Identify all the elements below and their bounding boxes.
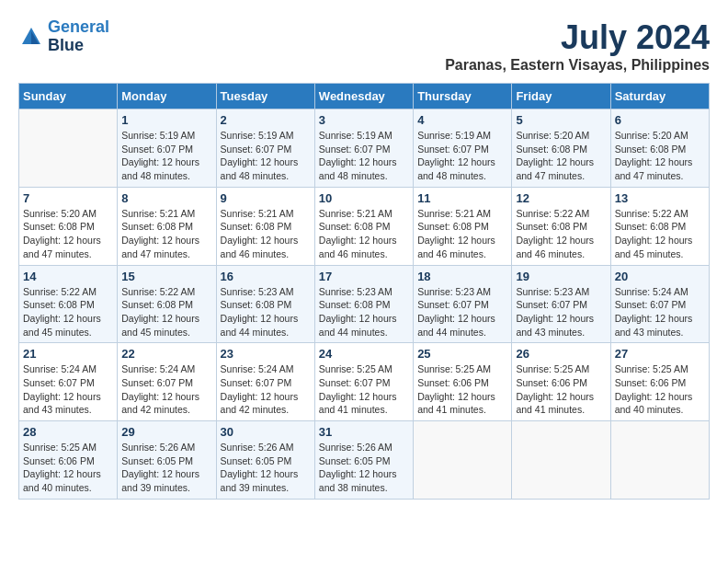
logo-icon	[18, 24, 44, 50]
day-number: 14	[23, 270, 113, 283]
day-cell: 9Sunrise: 5:21 AM Sunset: 6:08 PM Daylig…	[216, 187, 314, 265]
day-cell: 4Sunrise: 5:19 AM Sunset: 6:07 PM Daylig…	[414, 109, 512, 188]
day-info: Sunrise: 5:22 AM Sunset: 6:08 PM Dayligh…	[615, 207, 705, 261]
day-cell: 3Sunrise: 5:19 AM Sunset: 6:07 PM Daylig…	[314, 109, 413, 188]
header-cell-wednesday: Wednesday	[314, 84, 413, 109]
page-header: General Blue July 2024 Paranas, Eastern …	[18, 18, 710, 74]
day-number: 8	[121, 191, 211, 205]
day-number: 2	[221, 113, 311, 127]
day-info: Sunrise: 5:24 AM Sunset: 6:07 PM Dayligh…	[23, 362, 113, 417]
day-cell	[414, 421, 512, 500]
day-cell: 16Sunrise: 5:23 AM Sunset: 6:08 PM Dayli…	[216, 265, 314, 343]
day-cell: 10Sunrise: 5:21 AM Sunset: 6:08 PM Dayli…	[314, 187, 413, 265]
day-cell: 22Sunrise: 5:24 AM Sunset: 6:07 PM Dayli…	[118, 343, 216, 421]
week-row-5: 28Sunrise: 5:25 AM Sunset: 6:06 PM Dayli…	[19, 421, 710, 500]
day-cell	[610, 421, 709, 500]
day-number: 11	[417, 191, 507, 205]
day-info: Sunrise: 5:22 AM Sunset: 6:08 PM Dayligh…	[121, 285, 211, 339]
day-info: Sunrise: 5:22 AM Sunset: 6:08 PM Dayligh…	[23, 285, 113, 339]
day-number: 12	[516, 191, 606, 205]
day-info: Sunrise: 5:23 AM Sunset: 6:08 PM Dayligh…	[319, 285, 409, 339]
day-cell: 29Sunrise: 5:26 AM Sunset: 6:05 PM Dayli…	[118, 421, 216, 500]
day-info: Sunrise: 5:20 AM Sunset: 6:08 PM Dayligh…	[615, 129, 705, 183]
day-number: 29	[121, 425, 211, 439]
day-info: Sunrise: 5:26 AM Sunset: 6:05 PM Dayligh…	[121, 441, 211, 495]
day-info: Sunrise: 5:19 AM Sunset: 6:07 PM Dayligh…	[417, 129, 507, 183]
day-number: 16	[221, 270, 311, 283]
day-cell: 13Sunrise: 5:22 AM Sunset: 6:08 PM Dayli…	[610, 187, 709, 265]
day-cell: 28Sunrise: 5:25 AM Sunset: 6:06 PM Dayli…	[19, 421, 118, 500]
day-cell: 1Sunrise: 5:19 AM Sunset: 6:07 PM Daylig…	[118, 109, 216, 188]
day-cell: 8Sunrise: 5:21 AM Sunset: 6:08 PM Daylig…	[118, 187, 216, 265]
day-info: Sunrise: 5:25 AM Sunset: 6:07 PM Dayligh…	[319, 362, 409, 417]
day-info: Sunrise: 5:23 AM Sunset: 6:08 PM Dayligh…	[221, 285, 311, 339]
day-number: 31	[319, 425, 409, 439]
header-cell-friday: Friday	[512, 84, 610, 109]
day-number: 20	[615, 270, 705, 283]
day-cell: 14Sunrise: 5:22 AM Sunset: 6:08 PM Dayli…	[19, 265, 118, 343]
day-number: 6	[615, 113, 705, 127]
logo: General Blue	[18, 18, 109, 55]
day-cell: 15Sunrise: 5:22 AM Sunset: 6:08 PM Dayli…	[118, 265, 216, 343]
day-number: 3	[319, 113, 409, 127]
day-number: 24	[319, 347, 409, 361]
calendar-table: SundayMondayTuesdayWednesdayThursdayFrid…	[18, 83, 710, 500]
day-number: 30	[221, 425, 311, 439]
day-info: Sunrise: 5:21 AM Sunset: 6:08 PM Dayligh…	[121, 207, 211, 261]
day-cell: 18Sunrise: 5:23 AM Sunset: 6:07 PM Dayli…	[414, 265, 512, 343]
day-cell: 26Sunrise: 5:25 AM Sunset: 6:06 PM Dayli…	[512, 343, 610, 421]
day-cell: 6Sunrise: 5:20 AM Sunset: 6:08 PM Daylig…	[610, 109, 709, 188]
header-cell-thursday: Thursday	[414, 84, 512, 109]
day-cell: 20Sunrise: 5:24 AM Sunset: 6:07 PM Dayli…	[610, 265, 709, 343]
day-number: 21	[23, 347, 113, 361]
day-info: Sunrise: 5:26 AM Sunset: 6:05 PM Dayligh…	[319, 441, 409, 495]
day-info: Sunrise: 5:26 AM Sunset: 6:05 PM Dayligh…	[221, 441, 311, 495]
day-cell: 30Sunrise: 5:26 AM Sunset: 6:05 PM Dayli…	[216, 421, 314, 500]
logo-text: General Blue	[48, 18, 109, 55]
header-cell-monday: Monday	[118, 84, 216, 109]
day-cell: 21Sunrise: 5:24 AM Sunset: 6:07 PM Dayli…	[19, 343, 118, 421]
day-info: Sunrise: 5:24 AM Sunset: 6:07 PM Dayligh…	[121, 362, 211, 417]
week-row-3: 14Sunrise: 5:22 AM Sunset: 6:08 PM Dayli…	[19, 265, 710, 343]
header-cell-sunday: Sunday	[19, 84, 118, 109]
day-number: 22	[121, 347, 211, 361]
day-info: Sunrise: 5:21 AM Sunset: 6:08 PM Dayligh…	[319, 207, 409, 261]
header-row: SundayMondayTuesdayWednesdayThursdayFrid…	[19, 84, 710, 109]
day-info: Sunrise: 5:25 AM Sunset: 6:06 PM Dayligh…	[417, 362, 507, 417]
day-number: 5	[516, 113, 606, 127]
month-title: July 2024	[445, 18, 710, 57]
day-info: Sunrise: 5:19 AM Sunset: 6:07 PM Dayligh…	[221, 129, 311, 183]
day-info: Sunrise: 5:24 AM Sunset: 6:07 PM Dayligh…	[221, 362, 311, 417]
title-area: July 2024 Paranas, Eastern Visayas, Phil…	[445, 18, 710, 74]
day-info: Sunrise: 5:25 AM Sunset: 6:06 PM Dayligh…	[516, 362, 606, 417]
day-cell: 31Sunrise: 5:26 AM Sunset: 6:05 PM Dayli…	[314, 421, 413, 500]
day-cell: 23Sunrise: 5:24 AM Sunset: 6:07 PM Dayli…	[216, 343, 314, 421]
header-cell-tuesday: Tuesday	[216, 84, 314, 109]
week-row-4: 21Sunrise: 5:24 AM Sunset: 6:07 PM Dayli…	[19, 343, 710, 421]
day-info: Sunrise: 5:19 AM Sunset: 6:07 PM Dayligh…	[319, 129, 409, 183]
day-number: 1	[121, 113, 211, 127]
day-number: 10	[319, 191, 409, 205]
day-number: 25	[417, 347, 507, 361]
day-cell	[19, 109, 118, 188]
day-info: Sunrise: 5:21 AM Sunset: 6:08 PM Dayligh…	[417, 207, 507, 261]
day-cell: 5Sunrise: 5:20 AM Sunset: 6:08 PM Daylig…	[512, 109, 610, 188]
day-cell: 11Sunrise: 5:21 AM Sunset: 6:08 PM Dayli…	[414, 187, 512, 265]
day-number: 17	[319, 270, 409, 283]
day-info: Sunrise: 5:23 AM Sunset: 6:07 PM Dayligh…	[516, 285, 606, 339]
day-info: Sunrise: 5:19 AM Sunset: 6:07 PM Dayligh…	[121, 129, 211, 183]
day-cell: 17Sunrise: 5:23 AM Sunset: 6:08 PM Dayli…	[314, 265, 413, 343]
day-number: 26	[516, 347, 606, 361]
day-number: 19	[516, 270, 606, 283]
day-cell	[512, 421, 610, 500]
day-info: Sunrise: 5:20 AM Sunset: 6:08 PM Dayligh…	[23, 207, 113, 261]
day-cell: 2Sunrise: 5:19 AM Sunset: 6:07 PM Daylig…	[216, 109, 314, 188]
day-number: 28	[23, 425, 113, 439]
day-cell: 7Sunrise: 5:20 AM Sunset: 6:08 PM Daylig…	[19, 187, 118, 265]
day-number: 15	[121, 270, 211, 283]
day-number: 7	[23, 191, 113, 205]
day-number: 4	[417, 113, 507, 127]
day-cell: 12Sunrise: 5:22 AM Sunset: 6:08 PM Dayli…	[512, 187, 610, 265]
day-cell: 27Sunrise: 5:25 AM Sunset: 6:06 PM Dayli…	[610, 343, 709, 421]
day-info: Sunrise: 5:22 AM Sunset: 6:08 PM Dayligh…	[516, 207, 606, 261]
